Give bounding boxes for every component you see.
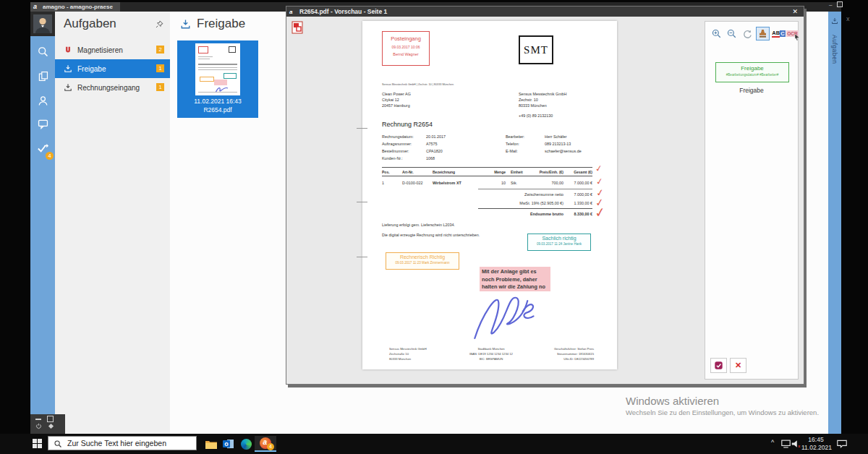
folder-icon (205, 440, 217, 449)
sidebar: 4 (30, 12, 55, 414)
sender-line: Sensus Messtechnik GmbH | Zechstr. 10 | … (382, 82, 454, 87)
abc-icon: ABC (772, 30, 785, 38)
thumbnail-page (195, 43, 240, 95)
footer-legal: Geschäftsführer: Stefan Preis Steuernumm… (536, 346, 594, 361)
user-avatar[interactable] (30, 12, 55, 36)
total-label: MwSt. 19% (52.905,00 €) (478, 200, 563, 206)
amagno-app-icon: a 4 (260, 437, 271, 449)
file-explorer-button[interactable] (203, 436, 220, 452)
col-header: Bezeichnung (433, 169, 455, 175)
meta-value: CPA1820 (426, 148, 443, 154)
sidebar-item-search[interactable] (30, 40, 55, 62)
recipient-address: Clean Power AG Citykai 12 20457 Hamburg (382, 91, 411, 108)
pdf-file-icon[interactable] (292, 21, 303, 34)
company-phone: +49 (0) 89 2132130 (519, 113, 553, 119)
delivery-note: Lieferung erfolgt gem. Lieferschein L203… (382, 222, 455, 228)
search-icon (37, 46, 49, 58)
reject-button[interactable]: ✕ (730, 358, 746, 373)
document-thumbnail[interactable]: 11.02.2021 16:43 R2654.pdf (177, 40, 258, 118)
task-item-freigabe[interactable]: Freigabe 1 (55, 59, 170, 78)
meta-value: 089 213213-13 (545, 141, 571, 147)
outlook-button[interactable]: o (220, 436, 237, 452)
status-icon[interactable] (48, 423, 54, 429)
col-header: Art-Nr. (402, 169, 414, 175)
close-icon[interactable]: ✕ (789, 8, 801, 15)
ocr-icon: OCR (786, 30, 798, 37)
task-item-label: Rechnungseingang (77, 84, 140, 92)
taskbar-clock[interactable]: 16:45 11.02.2021 (801, 436, 830, 452)
preview-titlebar[interactable]: a R2654.pdf - Vorschau - Seite 1 ✕ (286, 7, 804, 17)
start-button[interactable] (33, 439, 42, 448)
invoice-title: Rechnung R2654 (382, 121, 433, 128)
zoom-out-button[interactable] (725, 27, 739, 40)
pin-icon[interactable] (155, 20, 164, 29)
tray-download-icon (64, 64, 72, 73)
freigabe-stamp-option[interactable]: Freigabe #Bearbeitungsdatum# #Bearbeiter… (715, 62, 789, 82)
desktop: a amagno - amagno-praese (0, 0, 868, 454)
stamp-option-placeholders: #Bearbeitungsdatum# #Bearbeiter# (716, 73, 788, 77)
mini-window-controls (30, 414, 65, 434)
task-item-rechnungseingang[interactable]: Rechnungseingang 1 (55, 78, 170, 97)
col-header: Einheit (511, 169, 523, 175)
meta-label: Telefon: (506, 141, 519, 147)
table-rule (478, 208, 592, 209)
meta-label: E-Mail: (506, 148, 518, 154)
invoice-page[interactable]: Posteingang 09.03.2017 10:06 Bernd Wagne… (362, 21, 617, 369)
maximize-icon[interactable] (47, 416, 54, 422)
tasks-side-tab[interactable]: Aufgaben (828, 12, 841, 434)
rotate-button[interactable] (740, 27, 754, 40)
cell-gesamt: 7.000,00 € (562, 180, 592, 186)
task-item-magnetisieren[interactable]: Magnetisieren 2 (55, 40, 170, 59)
main-minimize-icon[interactable]: – (829, 2, 832, 8)
total-value: 8.330,00 € (562, 211, 592, 217)
tasks-panel: Aufgaben Magnetisieren 2 (55, 12, 171, 434)
sidebar-item-messages[interactable] (30, 113, 55, 134)
task-item-label: Magnetisieren (77, 46, 123, 54)
avatar-image (33, 14, 52, 33)
sachlich-richtig-stamp: Sachlich richtig 09.03.2017 11:24 Janine… (527, 234, 591, 251)
meta-label: Bestellnummer: (382, 148, 409, 154)
meta-value: A7575 (426, 141, 438, 147)
signature (459, 283, 556, 346)
minimize-icon[interactable] (35, 419, 41, 420)
tray-chevron-icon[interactable]: ^ (771, 439, 774, 446)
zoom-in-button[interactable] (710, 27, 723, 40)
company-address: Sensus Messtechnik GmbH Zechstr. 10 8033… (519, 91, 567, 108)
check-annotation: ✓ (595, 163, 603, 174)
edge-button[interactable] (237, 436, 255, 452)
task-badge: 1 (156, 83, 164, 91)
stamp-option-caption: Freigabe (705, 87, 798, 94)
approve-button[interactable] (710, 358, 727, 373)
action-center-button[interactable] (833, 436, 851, 452)
total-label: Zwischensumme netto (478, 192, 563, 197)
power-icon[interactable] (35, 423, 42, 429)
zoom-out-icon (726, 28, 737, 39)
sidebar-item-documents[interactable] (30, 65, 55, 87)
search-icon (54, 440, 62, 448)
clock-time: 16:45 (801, 436, 830, 444)
sidebar-item-tasks[interactable]: 4 (30, 136, 55, 160)
meta-label: Bearbeiter: (506, 134, 524, 140)
meta-value: Herr Schäfer (545, 134, 567, 140)
spellcheck-tool-button[interactable]: ABC (772, 27, 786, 40)
fold-mark (357, 202, 367, 202)
tray-download-icon (180, 19, 191, 30)
task-badge: 1 (156, 64, 164, 72)
tasks-badge: 4 (46, 152, 54, 160)
footer-bank: Stadtbank München IBAN: DE19 1234 1234 1… (455, 346, 527, 361)
windows-watermark-title: Windows aktivieren (626, 395, 719, 407)
tray-download-icon (64, 83, 72, 92)
search-input[interactable] (48, 436, 197, 450)
windows-watermark-subtitle: Wechseln Sie zu den Einstellungen, um Wi… (626, 408, 819, 416)
cell-einheit: Stk. (511, 180, 517, 186)
stamp-date: 09.03.2017 11:23 Mark Zimmermann (386, 261, 459, 265)
main-maximize-icon[interactable] (837, 1, 843, 9)
panel-close-icon[interactable]: x (846, 15, 850, 22)
stamp-title: Posteingang (383, 35, 429, 42)
total-value: 1.330,00 € (562, 200, 592, 206)
main-title-chip[interactable]: a amagno - amagno-praese (30, 2, 120, 12)
ocr-tool-button[interactable]: OCR (786, 27, 799, 40)
stamp-tool-button[interactable] (756, 27, 770, 40)
amagno-taskbar-button[interactable]: a 4 (255, 436, 276, 452)
sidebar-item-contacts[interactable] (30, 90, 55, 111)
